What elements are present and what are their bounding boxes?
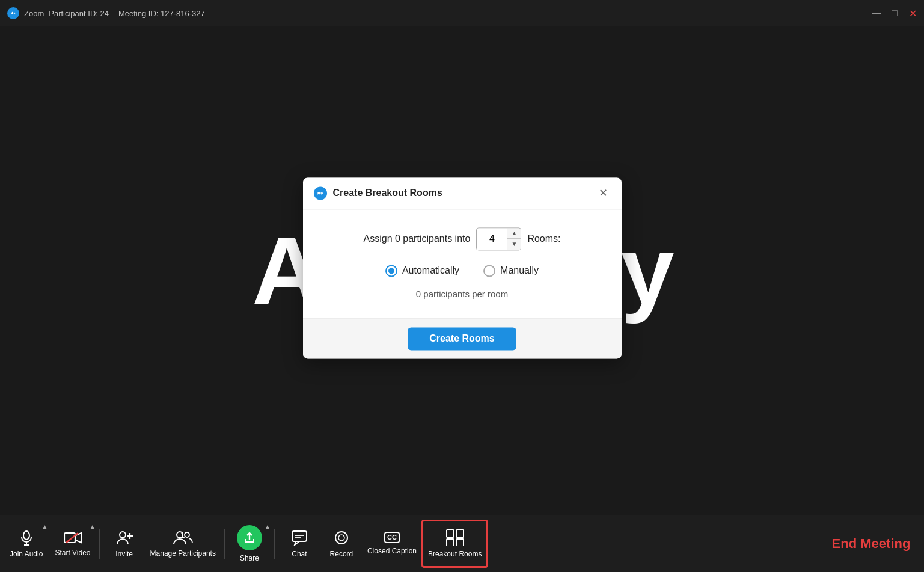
svg-rect-14 (292, 531, 307, 541)
breakout-icon (446, 529, 464, 546)
participant-count-badge: 1 (181, 531, 185, 540)
chat-label: Chat (292, 550, 307, 558)
auto-label: Automatically (402, 265, 459, 276)
rooms-count-input-wrap[interactable]: ▲ ▼ (476, 227, 521, 250)
zoom-logo (7, 7, 19, 19)
participants-icon: 1 (173, 530, 193, 546)
minimize-button[interactable]: — (872, 9, 881, 17)
toolbar: Join Audio ▲ Start Video ▲ Invite (0, 515, 924, 572)
invite-label: Invite (115, 550, 133, 558)
share-arrow: ▲ (265, 523, 271, 530)
assign-label: Assign 0 participants into (364, 233, 471, 244)
dialog-zoom-logo (314, 186, 327, 200)
join-audio-button[interactable]: Join Audio ▲ (5, 520, 47, 568)
svg-point-18 (338, 535, 344, 541)
svg-rect-19 (447, 530, 454, 537)
start-video-label: Start Video (55, 549, 90, 557)
manual-option[interactable]: Manually (483, 265, 539, 277)
svg-rect-21 (447, 539, 454, 546)
svg-rect-22 (456, 539, 464, 546)
title-bar: Zoom Participant ID: 24 Meeting ID: 127-… (0, 0, 924, 26)
start-video-button[interactable]: Start Video ▲ (50, 520, 95, 568)
manual-radio[interactable] (483, 265, 495, 277)
svg-point-8 (120, 532, 126, 538)
cc-icon: CC (384, 532, 400, 543)
record-label: Record (330, 550, 353, 558)
join-audio-label: Join Audio (10, 550, 43, 558)
start-video-arrow: ▲ (90, 523, 96, 530)
window-controls: — □ ✕ (872, 9, 917, 17)
end-meeting-label: End Meeting (832, 536, 911, 552)
manage-participants-button[interactable]: 1 Manage Participants (145, 520, 221, 568)
end-meeting-button[interactable]: End Meeting (823, 520, 919, 568)
dialog-header: Create Breakout Rooms ✕ (303, 177, 622, 209)
record-icon (333, 529, 350, 546)
separator-1 (99, 529, 100, 559)
app-name: Zoom (24, 9, 44, 18)
maximize-button[interactable]: □ (890, 9, 899, 17)
assignment-method-row: Automatically Manually (317, 265, 607, 277)
manage-participants-label: Manage Participants (150, 549, 216, 558)
svg-rect-20 (456, 530, 464, 537)
chat-icon (291, 529, 308, 546)
separator-3 (274, 529, 275, 559)
create-rooms-button[interactable]: Create Rooms (408, 327, 516, 350)
auto-radio[interactable] (385, 265, 397, 277)
closed-caption-label: Closed Caption (367, 547, 417, 555)
dialog-title: Create Breakout Rooms (333, 188, 596, 198)
separator-2 (224, 529, 225, 559)
share-label: Share (240, 554, 259, 562)
rooms-label: Rooms: (527, 233, 560, 244)
closed-caption-button[interactable]: CC Closed Caption (363, 520, 421, 568)
participants-per-room: 0 participants per room (317, 289, 607, 299)
svg-point-12 (185, 532, 189, 537)
manual-label: Manually (500, 265, 539, 276)
record-button[interactable]: Record (320, 520, 363, 568)
dialog-body: Assign 0 participants into ▲ ▼ Rooms: Au… (303, 209, 622, 318)
breakout-rooms-dialog[interactable]: Create Breakout Rooms ✕ Assign 0 partici… (303, 177, 622, 358)
share-icon (237, 525, 262, 550)
meeting-id: Meeting ID: 127-816-327 (118, 9, 205, 18)
spinner-up-button[interactable]: ▲ (507, 228, 521, 239)
audio-icon (18, 529, 35, 546)
video-icon (64, 530, 82, 545)
close-button[interactable]: ✕ (908, 9, 917, 17)
invite-button[interactable]: Invite (103, 520, 145, 568)
assign-row: Assign 0 participants into ▲ ▼ Rooms: (317, 227, 607, 250)
dialog-close-button[interactable]: ✕ (596, 186, 611, 200)
auto-option[interactable]: Automatically (385, 265, 459, 277)
spinner-buttons: ▲ ▼ (507, 228, 521, 250)
invite-icon (115, 529, 133, 546)
dialog-footer: Create Rooms (303, 318, 622, 358)
rooms-count-input[interactable] (477, 228, 507, 250)
chat-button[interactable]: Chat (278, 520, 320, 568)
participant-id: Participant ID: 24 (49, 9, 109, 18)
svg-point-2 (23, 531, 29, 540)
breakout-rooms-button[interactable]: Breakout Rooms (421, 520, 488, 568)
share-button[interactable]: Share ▲ (228, 520, 271, 568)
breakout-rooms-label: Breakout Rooms (428, 550, 482, 558)
spinner-down-button[interactable]: ▼ (507, 239, 521, 250)
svg-rect-5 (64, 533, 75, 543)
join-audio-arrow: ▲ (41, 523, 47, 530)
svg-point-17 (335, 532, 347, 544)
